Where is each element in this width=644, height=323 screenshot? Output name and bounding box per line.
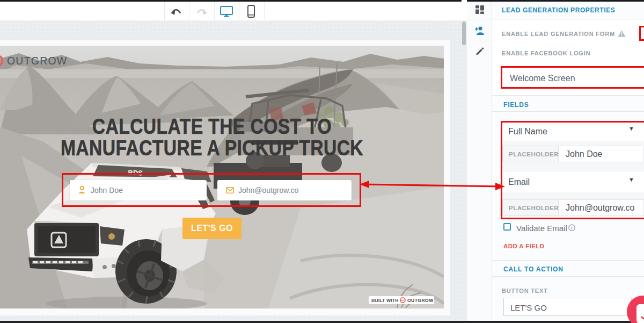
- svg-text:OUTGROW: OUTGROW: [7, 55, 67, 67]
